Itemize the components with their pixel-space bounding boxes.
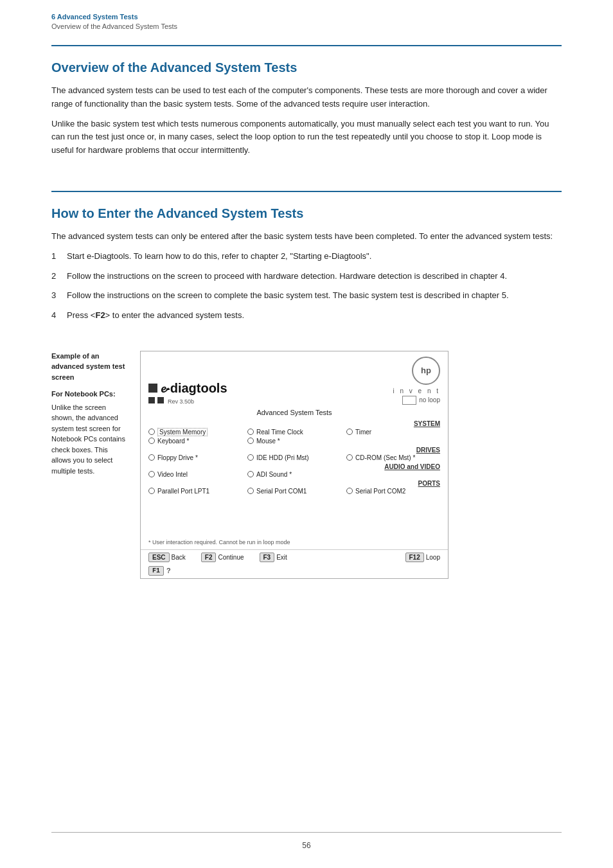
- diag-invent-noloop: i n v e n t no loop: [393, 387, 440, 405]
- radio-mouse: [247, 438, 254, 444]
- diag-rtclock-label: Real Time Clock: [256, 429, 303, 436]
- diag-invent-text: i n v e n t: [393, 387, 440, 394]
- diag-system-row1: System Memory Real Time Clock Timer: [141, 427, 448, 437]
- diag-col-serialcom2: Serial Port COM2: [344, 487, 443, 495]
- sidebar-label2text: Unlike the screen shown, the advanced sy…: [51, 402, 129, 477]
- radio-floppy: [148, 454, 155, 461]
- diag-keyboard-label: Keyboard *: [157, 438, 189, 445]
- f2-label: Continue: [218, 554, 244, 561]
- f12-label: Loop: [426, 554, 440, 561]
- diag-serialcom2-label: Serial Port COM2: [355, 488, 405, 495]
- f3-label: Exit: [276, 554, 287, 561]
- radio-cdrom: [346, 454, 353, 461]
- diag-header: 𝓮-diagtools Rev 3.50b hp i n v e n t: [141, 351, 448, 407]
- diag-btn-f2[interactable]: F2 Continue: [201, 553, 244, 562]
- diag-footnote-text: * User interaction required. Cannot be r…: [148, 539, 290, 545]
- f3-key: F3: [260, 553, 275, 562]
- step-2-num: 2: [51, 270, 67, 283]
- f2-key: F2: [201, 553, 217, 562]
- diag-ports-row1: Parallel Port LPT1 Serial Port COM1 Seri…: [141, 487, 448, 495]
- diag-col-serialcom1: Serial Port COM1: [245, 487, 344, 495]
- logo-sq1: [148, 397, 155, 403]
- diag-spacer: [141, 495, 448, 534]
- diag-col-adisound: ADI Sound *: [245, 470, 344, 479]
- page-container: 6 Advanced System Tests Overview of the …: [0, 0, 613, 868]
- diag-col-video: Video Intel: [146, 470, 245, 479]
- diag-systemmem-label: System Memory: [157, 428, 208, 436]
- diag-col-rtclock: Real Time Clock: [245, 427, 344, 437]
- question-mark: ?: [166, 567, 171, 574]
- f1-key: F1: [148, 566, 164, 576]
- section1-title: Overview of the Advanced System Tests: [51, 60, 562, 75]
- diag-btn-f3[interactable]: F3 Exit: [260, 553, 287, 562]
- diag-system-label: SYSTEM: [141, 419, 448, 427]
- diag-col-cdrom: CD-ROM (Sec Mst) *: [344, 454, 443, 462]
- diag-bottom-row: F1 ?: [141, 565, 448, 578]
- step-4-num: 4: [51, 309, 67, 323]
- diag-btn-esc[interactable]: ESC Back: [148, 553, 186, 562]
- diag-serialcom1-label: Serial Port COM1: [256, 488, 306, 495]
- step-1: 1 Start e-Diagtools. To learn how to do …: [51, 250, 562, 263]
- diag-logo-text: 𝓮-diagtools: [148, 381, 227, 396]
- esc-key: ESC: [148, 553, 170, 562]
- diag-cdrom-label: CD-ROM (Sec Mst) *: [355, 454, 415, 461]
- diag-col-empty2: [344, 470, 443, 479]
- diag-audio-label: AUDIO and VIDEO: [141, 462, 448, 470]
- logo-e-diagtools: 𝓮-diagtools: [160, 381, 227, 396]
- radio-timer: [346, 429, 353, 435]
- sidebar-note: Example of an advanced system test scree…: [51, 351, 129, 477]
- radio-adisound: [247, 471, 254, 477]
- esc-label: Back: [172, 554, 186, 561]
- diag-rev: Rev 3.50b: [168, 398, 194, 405]
- diag-noloop-text: no loop: [419, 396, 440, 403]
- step-1-text: Start e-Diagtools. To learn how to do th…: [67, 250, 562, 263]
- radio-keyboard: [148, 438, 155, 444]
- radio-video: [148, 471, 155, 477]
- diag-noloop-box: [402, 396, 416, 405]
- logo-square: [148, 384, 157, 393]
- diag-logo-area: 𝓮-diagtools Rev 3.50b: [148, 381, 227, 405]
- section2-body: The advanced system tests can only be en…: [51, 230, 562, 323]
- sidebar-label1: Example of an advanced system test scree…: [51, 352, 125, 381]
- diag-col-parallel: Parallel Port LPT1: [146, 487, 245, 495]
- diag-btn-f12[interactable]: F12 Loop: [405, 553, 440, 562]
- section1-body: The advanced system tests can be used to…: [51, 84, 562, 157]
- diag-col-mouse: Mouse *: [245, 437, 344, 445]
- radio-parallel: [148, 488, 155, 494]
- step-3: 3 Follow the instructions on the screen …: [51, 289, 562, 303]
- diag-adisound-label: ADI Sound *: [256, 471, 292, 478]
- diag-noloop-row: no loop: [402, 396, 440, 405]
- section2-title: How to Enter the Advanced System Tests: [51, 206, 562, 221]
- diag-mouse-label: Mouse *: [256, 438, 280, 445]
- step-3-num: 3: [51, 289, 67, 303]
- diag-idehdd-label: IDE HDD (Pri Mst): [256, 454, 309, 461]
- breadcrumb: 6 Advanced System Tests Overview of the …: [0, 0, 613, 33]
- bottom-line: [51, 832, 562, 833]
- diag-buttons-row: ESC Back F2 Continue F3 Exit F12 Loop: [141, 549, 448, 565]
- radio-serialcom1: [247, 488, 254, 494]
- section1-para2: Unlike the basic system test which tests…: [51, 118, 562, 157]
- diag-hp-logo: hp: [412, 357, 440, 385]
- radio-systemmem: [148, 429, 155, 435]
- section1-para1: The advanced system tests can be used to…: [51, 84, 562, 111]
- diag-screen: 𝓮-diagtools Rev 3.50b hp i n v e n t: [140, 351, 449, 579]
- diag-parallel-label: Parallel Port LPT1: [157, 488, 209, 495]
- diag-footnote: * User interaction required. Cannot be r…: [141, 534, 448, 549]
- section-overview: Overview of the Advanced System Tests Th…: [51, 45, 562, 179]
- diag-col-keyboard: Keyboard *: [146, 437, 245, 445]
- diag-title-text: Advanced System Tests: [256, 409, 332, 416]
- section2-intro: The advanced system tests can only be en…: [51, 230, 562, 244]
- sidebar-label2: For Notebook PCs:: [51, 389, 129, 400]
- f12-key: F12: [405, 553, 424, 562]
- radio-serialcom2: [346, 488, 353, 494]
- breadcrumb-sub: Overview of the Advanced System Tests: [51, 22, 177, 30]
- logo-sq2: [157, 397, 164, 403]
- diag-timer-label: Timer: [355, 429, 371, 436]
- breadcrumb-chapter: 6 Advanced System Tests: [51, 13, 138, 21]
- diag-logo-squares-row: Rev 3.50b: [148, 397, 227, 405]
- diag-audio-row1: Video Intel ADI Sound *: [141, 470, 448, 479]
- diag-system-row2: Keyboard * Mouse *: [141, 437, 448, 445]
- radio-rtclock: [247, 429, 254, 435]
- diag-title-bar: Advanced System Tests: [141, 407, 448, 419]
- diag-col-systemmem: System Memory: [146, 427, 245, 437]
